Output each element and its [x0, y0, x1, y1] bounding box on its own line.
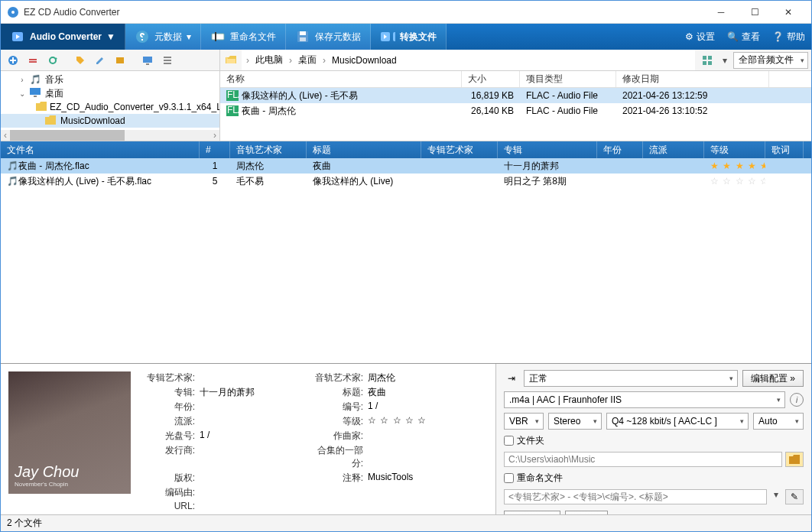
track-album: 十一月的萧邦 [498, 160, 597, 173]
folder-up-button[interactable] [222, 51, 240, 68]
file-row[interactable]: FLAC像我这样的人 (Live) - 毛不易 16,819 KB FLAC -… [220, 88, 811, 103]
audio-converter-button[interactable]: Audio Converter ▼ [1, 24, 125, 50]
edit-button[interactable] [91, 52, 109, 69]
info-icon[interactable]: i [790, 393, 804, 407]
val-year[interactable] [200, 401, 293, 414]
val-encoder[interactable] [200, 486, 293, 499]
folder-tree[interactable]: ›🎵音乐 ⌄桌面 EZ_CD_Audio_Converter_v9.3.1.1_… [1, 71, 220, 141]
val-url[interactable] [200, 501, 293, 511]
rating-stars[interactable]: ☆ ☆ ☆ ☆ ☆ [710, 176, 765, 187]
edit-config-button[interactable]: 编辑配置 » [742, 370, 804, 387]
tree-node[interactable]: EZ_CD_Audio_Converter_v9.3.1.1_x64_L [1, 100, 219, 114]
val-disc[interactable]: 1 / [200, 430, 293, 443]
col-track-num[interactable]: # [200, 141, 230, 158]
col-name[interactable]: 名称 [220, 71, 462, 87]
col-year[interactable]: 年份 [597, 141, 643, 158]
val-rating[interactable]: ☆ ☆ ☆ ☆ ☆ [368, 415, 476, 428]
refresh-button[interactable] [44, 52, 62, 69]
tree-node[interactable]: ›🎵音乐 [1, 73, 219, 86]
breadcrumb-segment[interactable]: 桌面 [294, 52, 321, 69]
col-genre[interactable]: 流派 [643, 141, 704, 158]
lbl-disc: 光盘号: [140, 430, 200, 443]
track-row[interactable]: 🎵夜曲 - 周杰伦.flac 1 周杰伦 夜曲 十一月的萧邦 ★ ★ ★ ★ ★… [1, 158, 811, 174]
col-filename[interactable]: 文件名 [1, 141, 200, 158]
breadcrumb-segment[interactable]: 此电脑 [251, 52, 287, 69]
convert-button[interactable]: 转换文件 [371, 24, 447, 50]
collapse-icon[interactable]: ⌄ [18, 89, 27, 98]
val-compilation[interactable] [368, 444, 476, 470]
col-artist[interactable]: 音轨艺术家 [230, 141, 307, 158]
rename-check-input[interactable] [504, 473, 514, 483]
col-album-artist[interactable]: 专辑艺术家 [421, 141, 498, 158]
close-button[interactable]: ✕ [771, 2, 805, 23]
file-row[interactable]: FLAC夜曲 - 周杰伦 26,140 KB FLAC - Audio File… [220, 103, 811, 118]
rename-label: 重命名文件 [230, 31, 276, 44]
settings-link[interactable]: ⚙ 设置 [679, 24, 721, 50]
tree-node[interactable]: MusicDownload [1, 114, 219, 128]
tag-button[interactable] [71, 52, 89, 69]
val-composer[interactable] [368, 430, 476, 443]
browse-folder-button[interactable] [785, 452, 804, 467]
col-rating[interactable]: 等级 [704, 141, 765, 158]
val-publisher[interactable] [200, 444, 293, 470]
list-button[interactable] [158, 52, 177, 69]
help-link[interactable]: ❔ 帮助 [766, 24, 811, 50]
metadata-button[interactable]: 元数据 ▾ [125, 24, 201, 50]
horizontal-scrollbar[interactable]: ‹› [1, 130, 219, 141]
col-lyrics[interactable]: 歌词 [765, 141, 804, 158]
val-genre[interactable] [200, 415, 293, 428]
val-title[interactable]: 夜曲 [368, 386, 476, 399]
val-album[interactable]: 十一月的萧邦 [200, 386, 293, 399]
save-metadata-button[interactable]: 保存元数据 [286, 24, 371, 50]
val-track-artist[interactable]: 周杰伦 [368, 371, 476, 384]
remove-button[interactable] [24, 52, 42, 69]
minimize-button[interactable]: ─ [704, 2, 738, 23]
output-folder-path[interactable]: C:\Users\xiaoh\Music [504, 452, 782, 467]
rename-pattern[interactable]: <专辑艺术家> - <专辑>\<编号>. <标题> [504, 489, 767, 504]
folder-check-input[interactable] [504, 436, 514, 446]
folder-checkbox[interactable]: 文件夹 [504, 434, 804, 447]
view-mode-button[interactable] [698, 52, 716, 69]
mode-combo[interactable]: VBR [504, 413, 544, 430]
samplerate-combo[interactable]: Auto [753, 413, 804, 430]
file-date: 2021-04-26 13:12:59 [616, 90, 769, 101]
track-title: 夜曲 [307, 160, 421, 173]
svg-rect-4 [212, 34, 224, 40]
maximize-button[interactable]: ☐ [738, 2, 771, 23]
track-grid-header: 文件名 # 音轨艺术家 标题 专辑艺术家 专辑 年份 流派 等级 歌词 [1, 141, 811, 158]
col-album[interactable]: 专辑 [498, 141, 597, 158]
dropdown-icon[interactable]: ▾ [719, 55, 730, 66]
rename-button[interactable]: 重命名文件 [201, 24, 286, 50]
monitor-button[interactable] [138, 52, 157, 69]
add-button[interactable] [4, 52, 22, 69]
lbl-year: 年份: [140, 401, 200, 414]
expand-icon[interactable]: › [18, 76, 27, 84]
col-type[interactable]: 项目类型 [520, 71, 616, 87]
tag2-button[interactable] [111, 52, 129, 69]
tree-label: 桌面 [45, 87, 63, 100]
lbl-album: 专辑: [140, 386, 200, 399]
col-size[interactable]: 大小 [462, 71, 520, 87]
tree-node[interactable]: ⌄桌面 [1, 86, 219, 100]
view-link[interactable]: 🔍 查看 [721, 24, 766, 50]
bitrate-combo[interactable]: Q4 ~128 kbit/s [ AAC-LC ] [606, 413, 749, 430]
val-comment[interactable]: MusicTools [368, 472, 476, 485]
file-filter-combo[interactable]: 全部音频文件 [733, 52, 808, 69]
profile-combo[interactable]: 正常 [524, 370, 738, 387]
lbl-copyright: 版权: [140, 472, 200, 485]
dropdown-icon[interactable]: ▾ [770, 489, 782, 504]
track-row[interactable]: 🎵像我这样的人 (Live) - 毛不易.flac 5 毛不易 像我这样的人 (… [1, 174, 811, 189]
edit-pattern-button[interactable]: ✎ [785, 489, 804, 504]
format-combo[interactable]: .m4a | AAC | Fraunhofer IIS [504, 391, 785, 408]
val-copyright[interactable] [200, 472, 293, 485]
breadcrumb-segment[interactable]: MusicDownload [327, 52, 401, 69]
val-album-artist[interactable] [200, 371, 293, 384]
rating-stars[interactable]: ★ ★ ★ ★ ★ [710, 161, 765, 171]
rename-checkbox[interactable]: 重命名文件 [504, 472, 804, 485]
col-date[interactable]: 修改日期 [616, 71, 769, 87]
channels-combo[interactable]: Stereo [548, 413, 602, 430]
col-title[interactable]: 标题 [307, 141, 421, 158]
val-track-no[interactable]: 1 / [368, 401, 476, 414]
album-cover[interactable]: Jay Chou November's Chopin [8, 371, 131, 494]
desktop-icon [30, 88, 42, 99]
